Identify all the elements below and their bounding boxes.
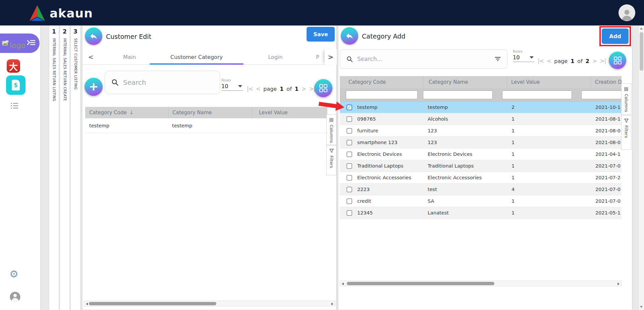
pagination: |< < page 1 of 1 > >|	[247, 85, 315, 92]
columns-side-tab[interactable]: Columns	[621, 83, 631, 115]
tab-bar: < Main Customer Category Login P >	[83, 49, 336, 65]
row-checkbox[interactable]	[346, 105, 352, 110]
tab-customer-category[interactable]: Customer Category	[150, 49, 244, 65]
row-checkbox[interactable]	[346, 140, 352, 145]
sidebar-collapse-icon[interactable]	[27, 40, 36, 47]
scrollbar-thumb[interactable]	[640, 32, 643, 71]
table-row[interactable]: 098765 Alcohols 1 2021-08-1	[340, 113, 622, 125]
row-checkbox[interactable]	[346, 210, 352, 216]
scroll-right-arrow[interactable]	[618, 283, 620, 285]
table-row[interactable]: Traditional Laptops Traditional Laptops …	[340, 160, 622, 172]
search-input[interactable]	[357, 56, 490, 62]
columns-side-tab[interactable]: Columns	[326, 114, 336, 145]
grid-view-button[interactable]	[314, 79, 332, 97]
tenant-logo-pill[interactable]: logo	[0, 34, 40, 53]
app-icon-red[interactable]: 大	[7, 59, 20, 73]
column-header-category-code[interactable]: Category Code ↓	[85, 107, 168, 118]
dollar-document-icon: $	[12, 80, 20, 90]
app-logo: akaun	[29, 4, 93, 22]
back-button[interactable]	[85, 27, 102, 45]
checkbox-cell	[340, 163, 357, 169]
caret-down-icon	[530, 56, 534, 59]
page-word: page	[554, 58, 568, 64]
filter-input-level-value[interactable]	[502, 90, 572, 99]
scrollbar-thumb[interactable]	[347, 282, 494, 285]
row-checkbox[interactable]	[346, 175, 352, 181]
sort-desc-icon[interactable]: ↓	[129, 110, 134, 116]
table-row[interactable]: Electronic Accessories Electronic Access…	[340, 172, 622, 184]
filter-list-icon[interactable]	[494, 56, 501, 62]
table-row[interactable]: 2223 test 4 2021-07-0	[340, 184, 622, 195]
rows-select[interactable]: 10	[221, 82, 243, 91]
column-header-creation-date[interactable]: Creation D	[591, 76, 622, 88]
cell-category-name: Electronic Devices	[428, 151, 512, 157]
table-row[interactable]: smartphone 123 123 1 2021-08-0	[340, 137, 622, 148]
tab-partial[interactable]: P	[316, 49, 323, 65]
row-checkbox[interactable]	[346, 151, 352, 157]
step-tab-2[interactable]: 2 INTERNAL SALES RETURN CREATE	[60, 25, 70, 310]
table-row[interactable]: furniture 123 1 2021-08-0	[340, 125, 622, 137]
row-checkbox[interactable]	[346, 128, 352, 134]
cell-level-value: 1	[512, 210, 595, 215]
table-row[interactable]: credit SA 1 2021-07-0	[340, 195, 622, 207]
cell-level-value: 1	[512, 140, 595, 145]
step-label: INTERNAL SALES RETURN LISTING	[52, 38, 56, 102]
add-row-button[interactable]: +	[85, 78, 103, 96]
first-page-button[interactable]: |<	[247, 85, 253, 92]
tabs-scroll-right[interactable]: >	[325, 49, 337, 65]
back-button[interactable]	[341, 27, 358, 45]
back-arrow-icon	[89, 32, 98, 41]
filter-input-category-code[interactable]	[346, 90, 418, 99]
page-word: page	[263, 86, 277, 92]
filter-input-category-name[interactable]	[423, 90, 493, 99]
caret-down-icon	[238, 85, 242, 87]
last-page-button[interactable]: >|	[600, 58, 606, 64]
column-header-level-value[interactable]: Level Value	[507, 76, 591, 88]
scroll-up-arrow[interactable]	[640, 27, 643, 29]
row-checkbox[interactable]	[346, 187, 352, 192]
scroll-left-arrow[interactable]	[86, 303, 88, 305]
table-row[interactable]: testemp testemp 2 2021-10-1	[340, 102, 622, 113]
filters-side-tab[interactable]: Filters	[326, 145, 336, 175]
tabs-scroll-left[interactable]: <	[86, 49, 96, 65]
list-icon[interactable]	[10, 102, 19, 110]
grid-view-button[interactable]	[609, 52, 626, 69]
column-header-level-value[interactable]: Level Value	[252, 107, 327, 118]
filter-input-creation-date[interactable]	[581, 90, 622, 99]
prev-page-button[interactable]: <	[256, 85, 260, 92]
scroll-left-arrow[interactable]	[342, 283, 344, 285]
table-row[interactable]: Electronic Devices Electronic Devices 1 …	[340, 148, 622, 160]
first-page-button[interactable]: |<	[538, 58, 544, 64]
column-header-category-code[interactable]: Category Code	[340, 76, 423, 88]
add-button[interactable]: Add	[602, 28, 629, 44]
scroll-right-arrow[interactable]	[331, 303, 333, 305]
tab-login[interactable]: Login	[250, 49, 301, 65]
checkbox-cell	[340, 210, 357, 216]
prev-page-button[interactable]: <	[547, 58, 551, 64]
column-filter-row	[340, 88, 622, 102]
scroll-down-arrow[interactable]	[640, 306, 643, 308]
table-row[interactable]: 12345 Lanatest 1 2021-05-1	[340, 207, 622, 219]
tab-main[interactable]: Main	[109, 49, 150, 65]
user-avatar[interactable]	[619, 4, 635, 21]
search-input[interactable]	[123, 78, 214, 86]
filters-side-tab[interactable]: Filters	[621, 115, 631, 150]
next-page-button[interactable]: >	[592, 58, 597, 64]
step-tab-3[interactable]: 3 SELECT CUSTOMER LISTING	[70, 25, 80, 310]
rows-per-page: Rows 10	[221, 78, 243, 91]
row-checkbox[interactable]	[346, 116, 352, 122]
profile-icon[interactable]	[9, 291, 21, 304]
column-header-category-name[interactable]: Category Name	[168, 107, 252, 118]
next-page-button[interactable]: >	[302, 85, 306, 92]
table-row[interactable]: testemp testemp	[85, 118, 327, 133]
step-tab-1[interactable]: 1 INTERNAL SALES RETURN LISTING	[49, 25, 59, 310]
scrollbar-thumb[interactable]	[89, 302, 216, 305]
save-button[interactable]: Save	[307, 27, 335, 42]
column-header-category-name[interactable]: Category Name	[423, 76, 507, 88]
row-checkbox[interactable]	[346, 198, 352, 204]
settings-gear-icon[interactable]: ⚙	[9, 269, 18, 279]
app-icon-finance-active[interactable]: $	[6, 75, 25, 95]
row-checkbox[interactable]	[346, 163, 352, 169]
rows-select[interactable]: 10	[513, 54, 534, 62]
top-bar: akaun	[0, 0, 644, 25]
